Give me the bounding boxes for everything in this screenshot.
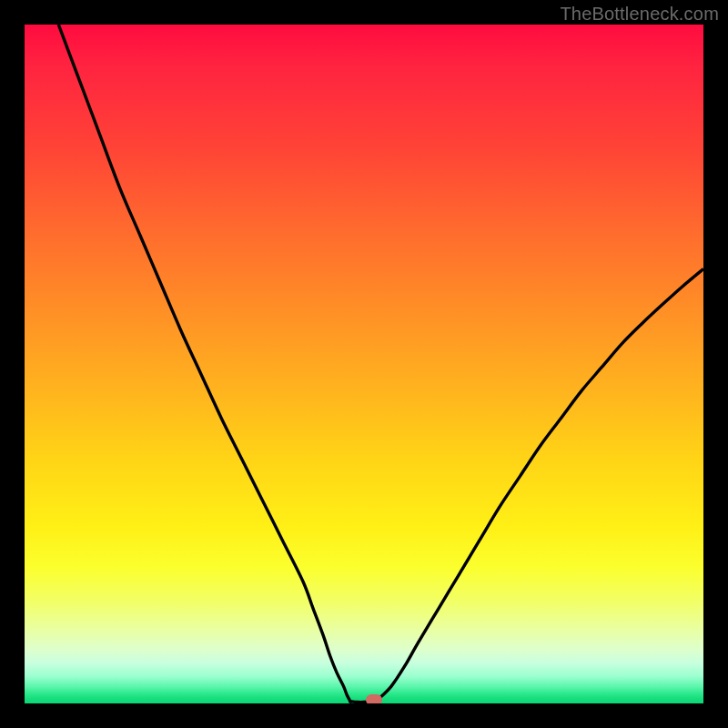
outer-frame: TheBottleneck.com xyxy=(0,0,728,728)
watermark-text: TheBottleneck.com xyxy=(560,4,719,25)
bottleneck-curve xyxy=(25,25,703,703)
curve-path xyxy=(58,25,703,703)
optimal-point-marker xyxy=(366,694,382,703)
plot-area xyxy=(25,25,703,703)
